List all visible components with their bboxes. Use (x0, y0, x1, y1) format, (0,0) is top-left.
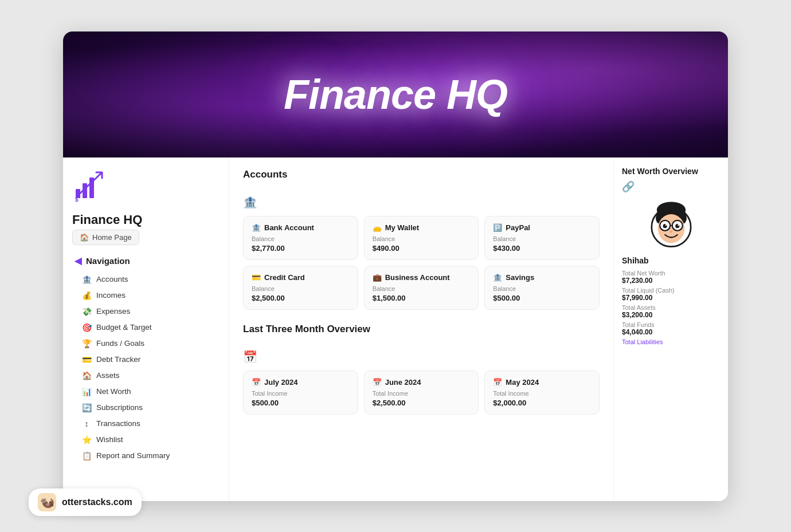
account-card-title-credit: 💳 Credit Card (252, 273, 350, 282)
monthly-grid: 📅 July 2024 Total Income $500.00 📅 June … (243, 371, 600, 415)
account-card-label-credit: Balance (252, 285, 350, 292)
accounts-header-row: Accounts (243, 169, 600, 187)
account-card-credit[interactable]: 💳 Credit Card Balance $2,500.00 (243, 266, 358, 310)
account-card-value-business: $1,500.00 (373, 294, 471, 302)
month-card-june[interactable]: 📅 June 2024 Total Income $2,500.00 (364, 371, 479, 415)
business-name: Business Account (385, 273, 450, 282)
net-worth-row-total_liquid: Total Liquid (Cash) $7,990.00 (622, 287, 720, 302)
account-card-value-credit: $2,500.00 (252, 294, 350, 302)
last-three-title: Last Three Month Overview (243, 324, 370, 335)
account-card-label-business: Balance (373, 285, 471, 292)
month-card-title-june: 📅 June 2024 (373, 378, 471, 387)
credit-icon: 💳 (252, 273, 261, 282)
networth-nav-label: Net Worth (96, 387, 131, 396)
expenses-nav-label: Expenses (96, 307, 130, 316)
sidebar-logo-area: $ (72, 169, 220, 203)
transactions-nav-label: Transactions (96, 419, 140, 428)
savings-icon: 🏦 (493, 273, 502, 282)
account-card-bank[interactable]: 🏦 Bank Account Balance $2,770.00 (243, 216, 358, 260)
report-nav-label: Report and Summary (96, 451, 170, 460)
net-worth-row-total_net_worth: Total Net Worth $7,230.00 (622, 270, 720, 285)
watermark: 🦦 otterstacks.com (29, 488, 142, 516)
sidebar-item-assets[interactable]: 🏠 Assets (72, 368, 220, 383)
net-worth-value-total_assets: $3,200.00 (622, 311, 720, 319)
account-card-value-wallet: $490.00 (373, 244, 471, 253)
month-card-may[interactable]: 📅 May 2024 Total Income $2,000.00 (484, 371, 600, 415)
sidebar-item-wishlist[interactable]: ⭐ Wishlist (72, 432, 220, 447)
account-card-value-savings: $500.00 (493, 294, 591, 302)
net-worth-label-total_assets: Total Assets (622, 304, 720, 311)
sidebar-item-networth[interactable]: 📊 Net Worth (72, 384, 220, 399)
account-card-business[interactable]: 💼 Business Account Balance $1,500.00 (364, 266, 479, 310)
home-page-button[interactable]: 🏠 Home Page (72, 230, 139, 245)
banner: Finance HQ (63, 31, 728, 157)
net-worth-row-total_liabilities: Total Liabilities (622, 338, 720, 345)
business-icon: 💼 (373, 273, 382, 282)
logo-icon: $ (72, 169, 107, 203)
accounts-nav-label: Accounts (96, 275, 128, 283)
sidebar-item-debt[interactable]: 💳 Debt Tracker (72, 352, 220, 367)
watermark-label: otterstacks.com (62, 497, 132, 507)
expenses-nav-icon: 💸 (81, 307, 92, 316)
may-icon: 📅 (493, 378, 502, 387)
account-card-savings[interactable]: 🏦 Savings Balance $500.00 (484, 266, 600, 310)
account-card-label-wallet: Balance (373, 235, 471, 242)
account-card-wallet[interactable]: 👝 My Wallet Balance $490.00 (364, 216, 479, 260)
net-worth-title: Net Worth Overview (622, 167, 720, 176)
nav-arrow-icon: ◀ (75, 255, 81, 266)
accounts-grid: 🏦 Bank Account Balance $2,770.00 👝 My Wa… (243, 216, 600, 310)
month-card-title-july: 📅 July 2024 (252, 378, 350, 387)
savings-name: Savings (506, 273, 534, 282)
accounts-nav-icon: 🏦 (81, 275, 92, 284)
debt-nav-label: Debt Tracker (96, 355, 140, 364)
sidebar-item-funds[interactable]: 🏆 Funds / Goals (72, 336, 220, 351)
wallet-name: My Wallet (385, 223, 419, 232)
app-container: Finance HQ $ Finance HQ (63, 31, 728, 501)
svg-point-16 (665, 224, 667, 226)
transactions-nav-icon: ↕️ (81, 419, 92, 428)
net-worth-row-total_assets: Total Assets $3,200.00 (622, 304, 720, 319)
svg-text:$: $ (75, 196, 79, 203)
net-worth-value-total_liquid: $7,990.00 (622, 294, 720, 302)
avatar-container (622, 199, 720, 250)
month-card-value-june: $2,500.00 (373, 399, 471, 407)
home-page-label: Home Page (92, 233, 132, 242)
sidebar-item-incomes[interactable]: 💰 Incomes (72, 288, 220, 303)
wishlist-nav-icon: ⭐ (81, 435, 92, 444)
subscriptions-nav-label: Subscriptions (96, 403, 143, 412)
assets-nav-icon: 🏠 (81, 371, 92, 380)
month-card-label-july: Total Income (252, 390, 350, 397)
sidebar-item-transactions[interactable]: ↕️ Transactions (72, 416, 220, 431)
month-card-title-may: 📅 May 2024 (493, 378, 591, 387)
wallet-icon: 👝 (373, 223, 382, 232)
sidebar-item-budget[interactable]: 🎯 Budget & Target (72, 320, 220, 335)
nav-section-label: Navigation (86, 256, 130, 266)
net-worth-icon: 🔗 (622, 180, 720, 193)
month-card-july[interactable]: 📅 July 2024 Total Income $500.00 (243, 371, 358, 415)
banner-title: Finance HQ (284, 71, 507, 118)
account-card-title-business: 💼 Business Account (373, 273, 471, 282)
debt-nav-icon: 💳 (81, 355, 92, 364)
sidebar-item-subscriptions[interactable]: 🔄 Subscriptions (72, 400, 220, 415)
account-card-title-savings: 🏦 Savings (493, 273, 591, 282)
watermark-icon: 🦦 (38, 493, 56, 511)
month-card-value-july: $500.00 (252, 399, 350, 407)
last-three-section: Last Three Month Overview 📅 📅 July 2024 … (243, 324, 600, 415)
nav-items-list: 🏦 Accounts💰 Incomes💸 Expenses🎯 Budget & … (72, 272, 220, 463)
last-three-header-row: Last Three Month Overview (243, 324, 600, 342)
incomes-nav-label: Incomes (96, 291, 126, 300)
sidebar-item-accounts[interactable]: 🏦 Accounts (72, 272, 220, 287)
budget-nav-icon: 🎯 (81, 323, 92, 332)
content-area: $ Finance HQ 🏠 Home Page ◀ Navigation 🏦 … (63, 157, 728, 501)
sidebar-item-expenses[interactable]: 💸 Expenses (72, 304, 220, 319)
june-icon: 📅 (373, 378, 382, 387)
account-card-value-paypal: $430.00 (493, 244, 591, 253)
sidebar-app-title: Finance HQ (72, 212, 220, 230)
account-card-label-bank: Balance (252, 235, 350, 242)
sidebar-item-report[interactable]: 📋 Report and Summary (72, 448, 220, 463)
user-name: Shihab (622, 256, 720, 265)
budget-nav-label: Budget & Target (96, 323, 152, 332)
account-card-label-paypal: Balance (493, 235, 591, 242)
account-card-paypal[interactable]: 🅿️ PayPal Balance $430.00 (484, 216, 600, 260)
subscriptions-nav-icon: 🔄 (81, 403, 92, 412)
